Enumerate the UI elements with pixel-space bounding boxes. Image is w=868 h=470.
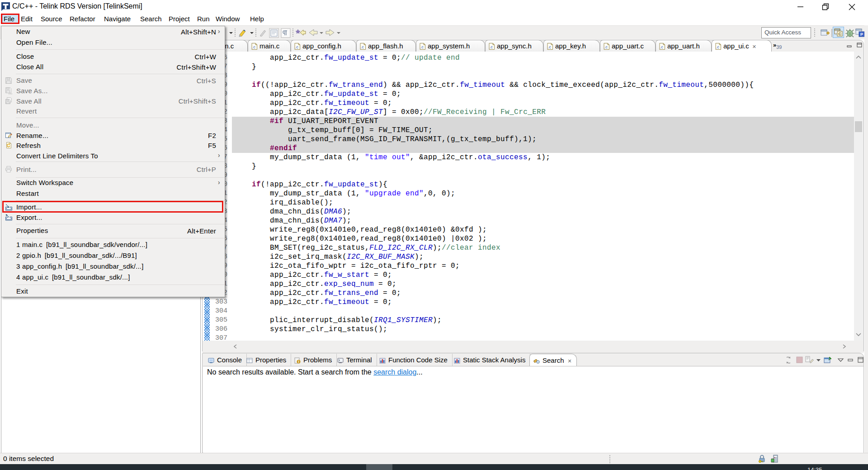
svg-text:.c: .c	[295, 44, 299, 49]
svg-text:.c: .c	[420, 44, 424, 49]
svg-text:.c: .c	[660, 44, 664, 49]
svg-text:.c: .c	[548, 44, 552, 49]
svg-text:.c: .c	[490, 44, 493, 49]
svg-text:.c: .c	[716, 44, 720, 49]
svg-text:.c: .c	[604, 44, 608, 49]
svg-text:.c: .c	[252, 44, 256, 49]
svg-text:.c: .c	[361, 44, 364, 49]
svg-text:P: P	[860, 32, 863, 37]
svg-text:C: C	[839, 32, 842, 36]
